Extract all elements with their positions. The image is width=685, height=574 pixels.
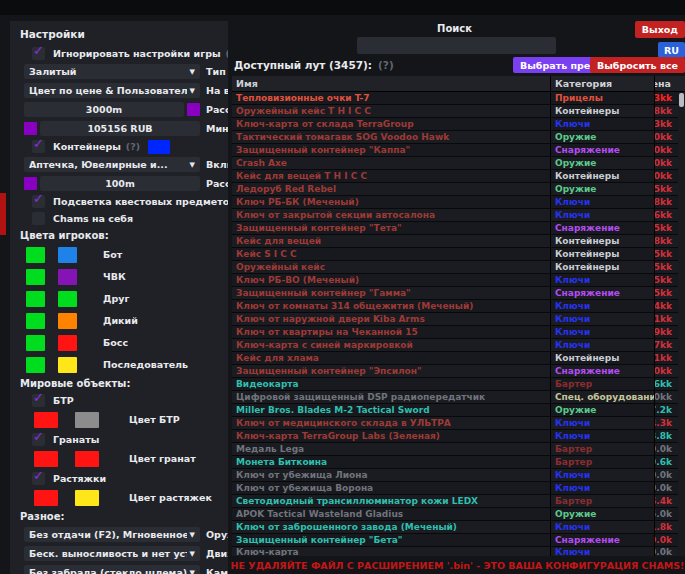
color-swatch-primary[interactable] [26,313,45,329]
table-row[interactable]: Кейс S I C CКонтейнеры2.05kk [232,248,678,261]
colorpair-label: Друг [103,293,129,304]
color-swatch-primary[interactable] [34,451,58,467]
table-row[interactable]: Ключ-карта от склада TerraGroupКлючи5.63… [232,118,678,131]
table-row[interactable]: Монета БиткоинаБартер869.6k [232,456,678,469]
item-price: 1.29kk [654,326,678,338]
color-swatch-primary[interactable] [34,412,58,428]
item-category: Снаряжение [550,222,654,234]
table-row[interactable]: Ключ от убежища ЛионаКлючи850.0k [232,469,678,482]
color-swatch-secondary[interactable] [58,247,77,263]
table-row[interactable]: Светодиодный трансиллюминатор кожи LEDXБ… [232,495,678,508]
table-row[interactable]: Оружейный кейс T H I C CКонтейнеры8.48kk [232,105,678,118]
checkbox[interactable]: ✓ [32,394,45,407]
color-swatch-secondary[interactable] [75,490,99,506]
search-input[interactable] [357,37,556,54]
item-category: Ключи [550,417,654,429]
color-swatch-primary[interactable] [26,291,45,307]
table-row[interactable]: Кейс для вещей T H I C CКонтейнеры3.10kk [232,170,678,183]
loot-help-icon[interactable]: (?) [378,59,394,71]
dropdown[interactable]: Без забрала (стекло шлема)▼ [24,565,200,574]
color-swatch[interactable] [24,122,37,135]
table-row[interactable]: Ключ РБ-ВО (Меченый)Ключи1.85kk [232,274,678,287]
table-row[interactable]: Цифровой защищенный DSP радиопередатчикС… [232,391,678,404]
color-swatch[interactable] [187,103,200,116]
table-row[interactable]: Ключ от закрытой секции автосалонаКлючи2… [232,209,678,222]
dropdown[interactable]: Залитый▼ [24,64,200,79]
table-row[interactable]: Кейс для вещейКонтейнеры2.08kk [232,235,678,248]
column-header-name[interactable]: Имя [232,78,550,89]
color-swatch-primary[interactable] [26,247,45,263]
item-category: Прицелы [550,92,654,104]
table-row[interactable]: Ключ от наружной двери Kiba ArmsКлючи1.5… [232,313,678,326]
color-swatch-primary[interactable] [34,490,58,506]
dropdown[interactable]: Беск. выносливость и нет уста▼ [24,546,200,561]
color-swatch-secondary[interactable] [58,335,77,351]
table-scrollbar-thumb[interactable] [679,93,684,107]
color-swatch[interactable] [148,140,170,154]
table-row[interactable]: Кейс для хламаКонтейнеры1.11kk [232,352,678,365]
table-row[interactable]: Ключ-картаКлючи750.0k [232,547,678,556]
table-row[interactable]: Ключ от комнаты 314 общежития (Меченый)К… [232,300,678,313]
check-icon: ✓ [33,429,44,444]
checkbox[interactable]: ✓ [32,433,45,446]
table-row[interactable]: Ключ РБ-БК (Меченый)Ключи2.58kk [232,196,678,209]
table-row[interactable]: Ледоруб Red RebelОружие2.75kk [232,183,678,196]
checkbox[interactable] [32,212,45,225]
table-row[interactable]: Защищенный контейнер "Каппа"Снаряжение4.… [232,144,678,157]
table-row[interactable]: Оружейный кейсКонтейнеры1.95kk [232,261,678,274]
table-row[interactable]: Ключ от заброшенного завода (Меченый)Клю… [232,521,678,534]
language-button[interactable]: RU [658,42,685,58]
chevron-down-icon: ▼ [190,531,195,539]
checkbox[interactable]: ✓ [32,195,45,208]
checkbox[interactable]: ✓ [32,47,45,60]
color-swatch-secondary[interactable] [58,313,77,329]
item-category: Бартер [550,443,654,455]
table-row[interactable]: Ключ от квартиры на Чеканной 15Ключи1.29… [232,326,678,339]
table-scrollbar[interactable] [678,92,685,556]
loot-table-header: Имя Категория Цена [232,76,685,92]
table-row[interactable]: Тепловизионные очки T-7Прицелы17.33kk [232,92,678,105]
table-row[interactable]: Ключ от убежища ВоронаКлючи800.0k [232,482,678,495]
help-icon[interactable]: (?) [126,141,140,152]
column-header-category[interactable]: Категория [550,76,654,91]
value-input[interactable]: 100m [40,176,200,191]
table-row[interactable]: Медаль LegaБартер900.0k [232,443,678,456]
table-row[interactable]: Ключ-карта с синей маркировкойКлючи1.17k… [232,339,678,352]
color-swatch[interactable] [24,177,37,190]
color-swatch-secondary[interactable] [75,451,99,467]
color-swatch-secondary[interactable] [58,269,77,285]
checkbox[interactable]: ✓ [32,472,45,485]
exit-button[interactable]: Выход [635,21,685,38]
color-swatch-secondary[interactable] [75,412,99,428]
checkbox[interactable]: ✓ [32,140,45,153]
settings-row: Друг [18,290,220,307]
settings-row: ✓Контейнеры(?) [18,140,220,153]
table-row[interactable]: Crash AxeОружие3.40kk [232,157,678,170]
section-header: Мировые объекты: [20,378,220,389]
column-header-price[interactable]: Цена [654,76,685,91]
item-category: Контейнеры [550,261,654,273]
table-row[interactable]: ВидеокартаБартер1.06kk [232,378,678,391]
table-row[interactable]: Miller Bros. Blades M-2 Tactical SwordОр… [232,404,678,417]
table-row[interactable]: Защищенный контейнер "Бета"Снаряжение750… [232,534,678,547]
dropdown[interactable]: Цвет по цене & Пользователь▼ [24,83,200,98]
dropdown[interactable]: Аптечка, Ювелирные и...▼ [24,157,200,172]
table-row[interactable]: APOK Tactical Wasteland GladiusОружие785… [232,508,678,521]
table-row[interactable]: Тактический томагавк SOG Voodoo HawkОруж… [232,131,678,144]
color-swatch-primary[interactable] [26,269,45,285]
table-row[interactable]: Защищенный контейнер "Эпсилон"Снаряжение… [232,365,678,378]
value-input[interactable]: 105156 RUB [40,121,200,136]
help-icon[interactable]: (?) [226,48,228,59]
dropdown[interactable]: Без отдачи (F2), Мгновенное п▼ [24,527,200,542]
color-swatch-secondary[interactable] [58,291,77,307]
table-row[interactable]: Защищенный контейнер "Тета"Снаряжение2.1… [232,222,678,235]
control-area: 105156 RUB [24,121,200,136]
color-swatch-primary[interactable] [26,335,45,351]
value-input[interactable]: 3000m [24,102,184,117]
table-row[interactable]: Защищенный контейнер "Гамма"Снаряжение1.… [232,287,678,300]
table-row[interactable]: Ключ от медицинского склада в УЛЬТРАКлюч… [232,417,678,430]
drop-all-button[interactable]: Выбросить все [590,57,685,73]
table-row[interactable]: Ключ-карта TerraGroup Labs (Зеленая)Ключ… [232,430,678,443]
color-swatch-secondary[interactable] [58,357,77,373]
color-swatch-primary[interactable] [26,357,45,373]
